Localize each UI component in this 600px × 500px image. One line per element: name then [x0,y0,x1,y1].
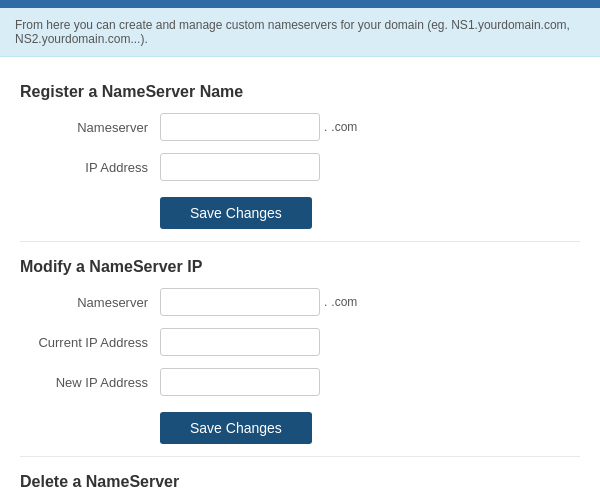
modify-current-ip-group: Current IP Address [20,328,580,356]
delete-section-title: Delete a NameServer [20,473,580,491]
info-bar: From here you can create and manage cust… [0,8,600,57]
modify-nameserver-input-wrapper: . .com [160,288,357,316]
modify-current-ip-input[interactable] [160,328,320,356]
modify-new-ip-label: New IP Address [20,375,160,390]
modify-com-suffix: .com [331,295,357,309]
modify-current-ip-input-wrapper [160,328,320,356]
modify-save-button[interactable]: Save Changes [160,412,312,444]
modify-nameserver-label: Nameserver [20,295,160,310]
top-bar [0,0,600,8]
register-section-title: Register a NameServer Name [20,83,580,101]
register-nameserver-group: Nameserver . .com [20,113,580,141]
modify-dot-1: . [324,295,327,309]
register-com-suffix: .com [331,120,357,134]
register-ip-input-wrapper [160,153,320,181]
main-content: Register a NameServer Name Nameserver . … [0,57,600,500]
modify-section-title: Modify a NameServer IP [20,258,580,276]
register-nameserver-label: Nameserver [20,120,160,135]
register-nameserver-input-wrapper: . .com [160,113,357,141]
register-ip-input[interactable] [160,153,320,181]
info-text: From here you can create and manage cust… [15,18,570,46]
register-dot-1: . [324,120,327,134]
modify-new-ip-input-wrapper [160,368,320,396]
register-ip-group: IP Address [20,153,580,181]
modify-nameserver-group: Nameserver . .com [20,288,580,316]
modify-current-ip-label: Current IP Address [20,335,160,350]
divider-1 [20,241,580,242]
divider-2 [20,456,580,457]
modify-new-ip-group: New IP Address [20,368,580,396]
register-save-button[interactable]: Save Changes [160,197,312,229]
modify-nameserver-input[interactable] [160,288,320,316]
modify-new-ip-input[interactable] [160,368,320,396]
register-ip-label: IP Address [20,160,160,175]
register-nameserver-input[interactable] [160,113,320,141]
